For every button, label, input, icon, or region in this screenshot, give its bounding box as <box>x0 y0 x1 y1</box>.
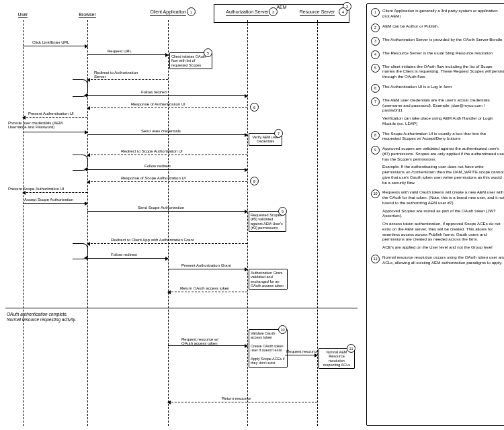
aem-label: AEM <box>276 5 286 9</box>
participant-user: User <box>9 12 36 18</box>
msg-click-link: Click Link/Enter URL <box>32 40 69 44</box>
participant-resource: Resource Server <box>290 9 344 16</box>
msg-redirect-client: Redirect to Client App with Authorizatio… <box>111 238 194 242</box>
msg-accept-scope: Accept Scope Authorization <box>24 198 73 202</box>
legend-badge-4: 4 <box>371 50 380 59</box>
participant-browser: Browser <box>67 12 108 18</box>
legend-text-11: Normal resource resolution occurs using … <box>382 255 504 265</box>
msg-present-grant: Present Authorization Grant <box>181 263 231 267</box>
msg-resp-auth-ui: Response of Authentication UI <box>131 102 185 106</box>
legend-text-10: Requests with valid Oauth tokens will cr… <box>382 189 504 250</box>
badge-4: 4 <box>339 7 347 16</box>
legend-text-2: AEM can be Author or Publish. <box>382 24 504 29</box>
msg-return-resource: Return resource <box>222 396 251 400</box>
msg-resp-scope-ui: Response of Scope Authorization UI <box>121 176 185 180</box>
msg-send-scope: Send Scope Authorization <box>138 206 184 210</box>
legend-text-1: Client Application is generally a 3rd pa… <box>382 8 504 19</box>
legend-text-6: The Authentication UI is a Log In form <box>382 84 504 89</box>
badge-5: 5 <box>204 48 212 57</box>
legend-badge-8: 8 <box>371 131 380 140</box>
badge-11: 11 <box>347 344 355 353</box>
msg-follow-redirect-3: Follow redirect <box>111 253 137 257</box>
legend-badge-6: 6 <box>371 84 380 93</box>
legend-badge-7: 7 <box>371 97 380 106</box>
legend-badge-3: 3 <box>371 37 380 46</box>
participant-client: Client Application <box>144 9 192 16</box>
msg-send-creds: Send uses credentials <box>141 129 181 133</box>
note-grant: Authorization Grant validated and exchan… <box>249 269 288 290</box>
msg-return-token: Return OAuth access token <box>180 286 229 290</box>
legend-text-7: The AEM user credentials are the user's … <box>382 97 504 126</box>
badge-10: 10 <box>278 325 287 334</box>
msg-present-scope-ui: Present Scope Authorization UI <box>8 187 64 191</box>
note-10: Validate Oauth access token Create OAuth… <box>249 329 288 368</box>
legend-badge-10: 10 <box>371 189 380 198</box>
msg-redirect-auth: Redirect to Authorization Server <box>94 71 148 79</box>
participant-auth: Authorization Server <box>220 9 274 16</box>
legend-text-3: The Authorization Server is provided by … <box>382 37 504 42</box>
badge-8: 8 <box>250 177 259 185</box>
phase-label: OAuth authentication complete.Normal res… <box>7 312 76 323</box>
legend-badge-2: 2 <box>371 24 380 32</box>
badge-1: 1 <box>187 7 196 16</box>
msg-follow-redirect-1: Follow redirect <box>141 90 167 94</box>
msg-req-resource: Request resource <box>286 349 318 353</box>
badge-7: 7 <box>274 129 283 138</box>
msg-follow-redirect-2: Follow redirect <box>144 164 171 168</box>
badge-3: 3 <box>269 7 278 16</box>
msg-provide-creds: Provide user credentials (AEM Username a… <box>8 121 82 129</box>
sequence-diagram: AEM 2 User Browser Client Application 1 … <box>0 0 363 430</box>
badge-9: 9 <box>278 207 287 216</box>
legend-text-9: Approved scopes are validated against th… <box>382 146 504 185</box>
badge-6: 6 <box>250 103 259 112</box>
legend-panel: 1Client Application is generally a 3rd p… <box>366 3 504 426</box>
msg-redirect-scope: Redirect to Scope Authorization UI <box>121 149 183 153</box>
msg-present-auth-ui: Present Authentication UI <box>28 112 74 116</box>
legend-badge-5: 5 <box>371 64 380 73</box>
phase-divider <box>5 308 358 308</box>
legend-badge-11: 11 <box>371 255 380 263</box>
legend-text-4: The Resource Server is the usual Sling R… <box>382 50 504 56</box>
legend-badge-9: 9 <box>371 146 380 155</box>
legend-text-8: The Scope Authorization UI is usually a … <box>382 131 504 142</box>
legend-text-5: The client initiates the OAuth flow incl… <box>382 64 504 79</box>
msg-request-url: Request URL <box>108 49 132 53</box>
msg-req-resource-token: Request resource w/ OAuth access token <box>181 337 228 345</box>
legend-badge-1: 1 <box>371 8 380 17</box>
